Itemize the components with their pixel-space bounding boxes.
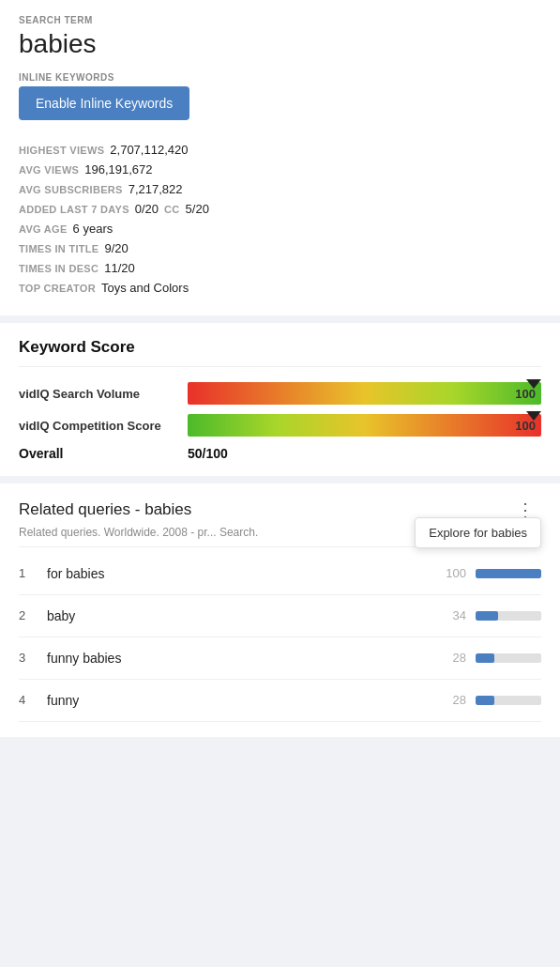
overall-value: 50/100 (188, 446, 228, 461)
score-rows: vidIQ Search Volume 100 vidIQ Competitio… (19, 382, 541, 437)
score-bar: 100 (188, 382, 541, 405)
stat-row: ADDED LAST 7 DAYS0/20CC5/20 (19, 202, 541, 216)
stat-extra-value: 5/20 (186, 202, 209, 216)
query-row: 2 baby 34 (19, 595, 541, 637)
query-bar-inner (476, 653, 494, 663)
stat-row: TIMES IN DESC11/20 (19, 261, 541, 275)
overall-row: Overall 50/100 (19, 446, 541, 461)
query-score: 34 (429, 608, 466, 622)
stat-extra-label: CC (164, 204, 180, 215)
stat-value: 11/20 (104, 261, 135, 275)
stat-value: Toys and Colors (101, 281, 189, 295)
score-bar-row: vidIQ Competition Score 100 (19, 414, 541, 437)
related-queries-section: Related queries - babies ⋮ Explore for b… (0, 484, 560, 737)
stat-label: TIMES IN DESC (19, 263, 98, 274)
query-bar-outer (476, 569, 541, 578)
query-text: funny babies (47, 651, 429, 666)
stat-row: HIGHEST VIEWS2,707,112,420 (19, 143, 541, 157)
stat-label: AVG AGE (19, 223, 68, 235)
keyword-score-title: Keyword Score (19, 338, 541, 367)
related-queries-title: Related queries - babies (19, 500, 191, 519)
score-bar-container: 100 (188, 414, 541, 437)
inline-keywords-label: INLINE KEYWORDS (19, 72, 541, 83)
stat-row: TOP CREATORToys and Colors (19, 281, 541, 295)
query-bar-inner (476, 569, 541, 578)
score-bar-container: 100 (188, 382, 541, 405)
query-rank: 3 (19, 651, 47, 665)
query-text: baby (47, 608, 429, 623)
query-bar-inner (476, 696, 494, 705)
score-bar: 100 (188, 414, 541, 437)
menu-dots-container: ⋮ Explore for babies (510, 499, 541, 521)
enable-inline-keywords-button[interactable]: Enable Inline Keywords (19, 86, 189, 120)
stat-value: 2,707,112,420 (110, 143, 188, 157)
stat-label: HIGHEST VIEWS (19, 145, 104, 156)
stat-label: AVG SUBSCRIBERS (19, 184, 123, 195)
search-term-label: SEARCH TERM (19, 15, 541, 25)
query-row: 1 for babies 100 (19, 553, 541, 595)
stat-row: AVG VIEWS196,191,672 (19, 162, 541, 177)
query-bar-outer (476, 653, 541, 663)
query-score: 100 (429, 566, 466, 580)
query-bar-outer (476, 611, 541, 621)
score-row-label: vidIQ Competition Score (19, 419, 188, 433)
query-text: funny (47, 693, 429, 708)
stat-value: 9/20 (104, 241, 128, 255)
stat-label: TOP CREATOR (19, 283, 96, 294)
query-row: 4 funny 28 (19, 680, 541, 722)
explore-tooltip[interactable]: Explore for babies (415, 517, 541, 548)
stat-value: 0/20 (135, 202, 159, 216)
stat-label: TIMES IN TITLE (19, 243, 98, 254)
search-term-section: SEARCH TERM babies INLINE KEYWORDS Enabl… (0, 0, 560, 315)
bar-value: 100 (515, 419, 536, 433)
score-row-label: vidIQ Search Volume (19, 387, 188, 401)
related-header: Related queries - babies ⋮ Explore for b… (19, 499, 541, 521)
stat-row: TIMES IN TITLE9/20 (19, 241, 541, 255)
stat-value: 7,217,822 (129, 182, 183, 196)
score-bar-row: vidIQ Search Volume 100 (19, 382, 541, 405)
query-rows-container: 1 for babies 100 2 baby 34 3 funny babie… (19, 553, 541, 722)
stats-grid: HIGHEST VIEWS2,707,112,420AVG VIEWS196,1… (19, 143, 541, 295)
query-rank: 2 (19, 608, 47, 622)
query-rank: 4 (19, 693, 47, 707)
query-score: 28 (429, 651, 466, 665)
stat-row: AVG AGE6 years (19, 222, 541, 236)
query-rank: 1 (19, 566, 47, 580)
bar-value: 100 (515, 387, 536, 401)
stat-row: AVG SUBSCRIBERS7,217,822 (19, 182, 541, 196)
search-term-value: babies (19, 29, 541, 59)
query-row: 3 funny babies 28 (19, 637, 541, 680)
stat-label: AVG VIEWS (19, 164, 79, 176)
query-score: 28 (429, 693, 466, 707)
keyword-score-section: Keyword Score vidIQ Search Volume 100 vi… (0, 323, 560, 476)
query-text: for babies (47, 566, 429, 581)
query-bar-outer (476, 696, 541, 705)
stat-label: ADDED LAST 7 DAYS (19, 204, 129, 215)
query-bar-inner (476, 611, 498, 621)
overall-label: Overall (19, 446, 188, 461)
stat-value: 196,191,672 (84, 162, 152, 177)
stat-value: 6 years (73, 222, 114, 236)
